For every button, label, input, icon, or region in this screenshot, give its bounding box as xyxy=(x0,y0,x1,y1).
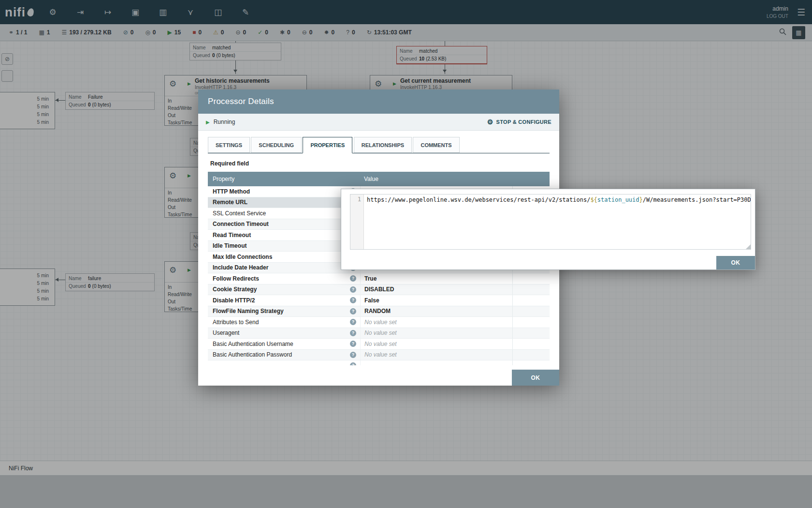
property-name-cell: Basic Authentication Password? xyxy=(208,350,360,360)
properties-table-header: Property Value xyxy=(208,172,550,186)
property-value: True xyxy=(364,275,377,282)
property-value: No value set xyxy=(364,319,397,326)
tab-scheduling[interactable]: SCHEDULING xyxy=(251,137,302,153)
property-row-basic-auth-password: Basic Authentication Password? No value … xyxy=(208,350,550,361)
help-icon[interactable]: ? xyxy=(350,275,356,282)
help-icon[interactable]: ? xyxy=(350,286,356,293)
property-name: HTTP Method xyxy=(213,188,250,195)
property-name: Idle Timeout xyxy=(213,242,246,249)
property-name-cell: SSL Context Service? xyxy=(208,208,360,219)
code-editor[interactable]: 1 https://www.pegelonline.wsv.de/webserv… xyxy=(350,194,751,250)
property-name-cell: Connection Timeout? xyxy=(208,219,360,230)
stop-configure-label: STOP & CONFIGURE xyxy=(496,119,551,125)
tab-properties[interactable]: PROPERTIES xyxy=(303,137,352,153)
line-number-gutter: 1 xyxy=(350,194,364,249)
property-name: SSL Context Service xyxy=(213,210,266,217)
nifi-app: nifi ⚙ ⇥ ↦ ▣ ▥ ⋎ ◫ ✎ admin LOG OUT ☰ ⚭1 … xyxy=(0,0,812,508)
stop-configure-icon: ⚙ xyxy=(487,118,493,126)
property-name: Include Date Header xyxy=(213,264,268,271)
property-value: No value set xyxy=(364,351,397,358)
property-value-cell[interactable]: No value set xyxy=(360,350,512,360)
line-number: 1 xyxy=(358,196,361,203)
property-value: False xyxy=(364,297,379,304)
property-row-disable-http2: Disable HTTP/2? False xyxy=(208,295,550,306)
url-text: https://www.pegelonline.wsv.de/webservic… xyxy=(367,196,590,203)
property-row-basic-auth-username: Basic Authentication Username? No value … xyxy=(208,339,550,350)
property-name-cell: Include Date Header? xyxy=(208,263,360,273)
help-icon[interactable]: ? xyxy=(350,352,356,358)
row-spacer xyxy=(512,360,550,365)
property-column-header: Property xyxy=(208,176,360,182)
property-name: Connection Timeout xyxy=(213,221,269,227)
help-icon[interactable]: ? xyxy=(350,362,356,365)
property-value-cell[interactable]: No value set xyxy=(360,317,512,328)
property-value-cell[interactable]: DISABLED xyxy=(360,284,512,295)
dialog-title: Processor Details xyxy=(198,90,559,114)
row-spacer xyxy=(512,295,550,306)
row-spacer xyxy=(512,339,550,349)
property-name-cell: Disable HTTP/2? xyxy=(208,295,360,306)
property-value: No value set xyxy=(364,341,397,347)
value-editor-input[interactable]: https://www.pegelonline.wsv.de/webservic… xyxy=(364,194,751,249)
property-row-partial: ? xyxy=(208,360,550,365)
property-value-cell[interactable]: True xyxy=(360,273,512,284)
dialog-status-row: ▶ Running ⚙ STOP & CONFIGURE xyxy=(198,114,559,131)
property-name: Attributes to Send xyxy=(213,319,259,326)
property-name-cell: FlowFile Naming Strategy? xyxy=(208,306,360,317)
property-row-follow-redirects: Follow Redirects? True xyxy=(208,273,550,284)
property-value-cell[interactable] xyxy=(360,360,512,365)
help-icon[interactable]: ? xyxy=(350,319,356,325)
property-name-cell: Cookie Strategy? xyxy=(208,284,360,295)
remote-url-value-editor: 1 https://www.pegelonline.wsv.de/webserv… xyxy=(341,189,755,270)
run-status-text: Running xyxy=(214,119,235,125)
property-value-cell[interactable]: False xyxy=(360,295,512,306)
property-name-cell: Idle Timeout? xyxy=(208,241,360,252)
property-name-cell: Read Timeout? xyxy=(208,230,360,240)
property-row-useragent: Useragent? No value set xyxy=(208,328,550,339)
property-name: Remote URL xyxy=(213,199,247,206)
property-name-cell: HTTP Method? xyxy=(208,186,360,197)
property-value-cell[interactable]: No value set xyxy=(360,339,512,349)
tab-settings[interactable]: SETTINGS xyxy=(208,137,250,153)
property-row-cookie-strategy: Cookie Strategy? DISABLED xyxy=(208,284,550,296)
el-variable: station_uuid xyxy=(597,196,639,203)
row-spacer xyxy=(512,306,550,317)
row-spacer xyxy=(512,284,550,295)
help-icon[interactable]: ? xyxy=(350,330,356,336)
tab-comments[interactable]: COMMENTS xyxy=(413,137,459,153)
property-name: Max Idle Connections xyxy=(213,254,272,260)
property-name: FlowFile Naming Strategy xyxy=(213,308,284,314)
property-name: Cookie Strategy xyxy=(213,286,257,293)
dialog-ok-button[interactable]: OK xyxy=(512,370,559,386)
dialog-tabs: SETTINGS SCHEDULING PROPERTIES RELATIONS… xyxy=(208,137,550,154)
property-name: Follow Redirects xyxy=(213,275,259,282)
url-text: /W/measurements.json?start=P30D xyxy=(643,196,751,203)
property-row-attributes-to-send: Attributes to Send? No value set xyxy=(208,317,550,328)
property-name-cell: Remote URL? xyxy=(208,197,360,208)
property-value-cell[interactable]: No value set xyxy=(360,328,512,339)
property-name-cell: Attributes to Send? xyxy=(208,317,360,328)
help-icon[interactable]: ? xyxy=(350,308,356,314)
property-name: Read Timeout xyxy=(213,232,251,239)
property-name: Basic Authentication Username xyxy=(213,341,293,347)
el-open-bracket: ${ xyxy=(590,196,597,203)
running-icon: ▶ xyxy=(206,120,210,125)
tab-relationships[interactable]: RELATIONSHIPS xyxy=(354,137,412,153)
stop-and-configure-button[interactable]: ⚙ STOP & CONFIGURE xyxy=(487,118,551,126)
property-name-cell: Useragent? xyxy=(208,328,360,339)
property-value-cell[interactable]: RANDOM xyxy=(360,306,512,317)
required-field-note: Required field xyxy=(210,160,559,167)
el-close-bracket: } xyxy=(639,196,643,203)
help-icon[interactable]: ? xyxy=(350,341,356,347)
editor-ok-button[interactable]: OK xyxy=(716,256,755,269)
resize-handle-icon[interactable] xyxy=(746,244,751,249)
row-spacer xyxy=(512,273,550,284)
row-spacer xyxy=(512,317,550,328)
property-value: RANDOM xyxy=(364,308,391,314)
value-column-header: Value xyxy=(360,176,378,182)
property-name: Useragent xyxy=(213,329,239,336)
property-name: Basic Authentication Password xyxy=(213,351,292,358)
row-spacer xyxy=(512,328,550,339)
property-value: No value set xyxy=(364,329,397,336)
help-icon[interactable]: ? xyxy=(350,297,356,303)
